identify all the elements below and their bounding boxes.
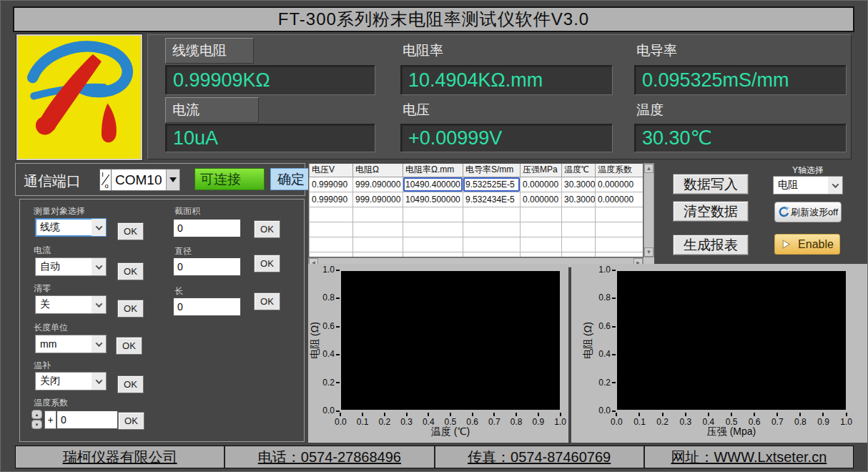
table-cell[interactable] (353, 207, 403, 222)
current-mode-ok-button[interactable]: OK (117, 262, 144, 280)
temp-coeff-input[interactable]: 0 (56, 410, 118, 429)
table-cell[interactable] (596, 237, 643, 252)
write-data-button[interactable]: 数据写入 (673, 174, 749, 195)
chevron-down-icon[interactable] (92, 335, 106, 353)
table-cell[interactable] (596, 207, 643, 222)
svg-text:I: I (102, 171, 104, 178)
x-axis-title: 温度 (℃) (341, 426, 560, 438)
measurement-table: 电压V电阻Ω电阻率Ω.mm电导率S/mm压强MPa温度℃温度系数 0.99909… (308, 163, 654, 267)
table-cell[interactable]: 0.000000 (596, 192, 643, 207)
table-cell[interactable]: 10490.500000 (403, 192, 463, 207)
tick-label: 0.0 (611, 413, 623, 427)
length-unit-ok-button[interactable]: OK (116, 337, 142, 355)
column-header[interactable]: 温度℃ (562, 164, 596, 177)
table-cell[interactable] (310, 222, 353, 237)
table-cell[interactable] (521, 207, 562, 222)
table-vertical-scrollbar[interactable]: ▲ ▼ (643, 163, 654, 257)
connect-status-button[interactable]: 可连接 (194, 168, 265, 190)
table-cell[interactable]: 999.090000 (353, 177, 403, 192)
table-cell[interactable] (463, 252, 521, 257)
table-cell[interactable] (521, 252, 562, 257)
table-cell[interactable]: 9.532525E-5 (463, 177, 521, 192)
table-cell[interactable] (596, 222, 643, 237)
length-ok-button[interactable]: OK (254, 292, 280, 310)
table-cell[interactable] (403, 252, 463, 257)
table-cell[interactable] (310, 252, 353, 257)
table-cell[interactable] (562, 237, 596, 252)
table-cell[interactable]: 0.000000 (596, 177, 643, 192)
table-cell[interactable] (521, 222, 562, 237)
table-cell[interactable]: 9.532434E-5 (463, 192, 521, 207)
chevron-down-icon[interactable] (92, 373, 106, 390)
table-cell[interactable] (463, 237, 521, 252)
clear-data-button[interactable]: 清空数据 (673, 201, 749, 222)
table-cell[interactable] (521, 237, 562, 252)
table-cell[interactable]: 30.3000 (562, 177, 596, 192)
table-cell[interactable]: 0.999090 (310, 177, 353, 192)
diameter-ok-button[interactable]: OK (254, 255, 280, 272)
comm-port-select[interactable]: COM10 (111, 169, 180, 191)
column-header[interactable]: 电导率S/mm (463, 164, 521, 177)
app-window: FT-300系列粉末电阻率测试仪软件V3.0 线缆电阻 0.99909KΩ 电流… (0, 0, 868, 472)
table-cell[interactable] (310, 207, 353, 222)
y-axis-select[interactable]: 电阻 (773, 176, 843, 195)
chevron-down-icon[interactable] (828, 177, 842, 194)
table-cell[interactable] (403, 207, 463, 222)
chevron-down-icon[interactable] (92, 258, 106, 275)
table-cell[interactable] (596, 252, 643, 257)
scroll-down-icon[interactable]: ▼ (644, 247, 654, 257)
x-axis-ticks: 0.00.10.20.30.40.50.60.70.80.91.0 (335, 413, 566, 427)
chevron-down-icon[interactable] (92, 296, 106, 313)
stepper-up-icon[interactable]: ▲ (31, 410, 42, 419)
stepper-down-icon[interactable]: ▼ (31, 420, 42, 429)
diameter-input[interactable]: 0 (173, 257, 241, 276)
table-cell[interactable]: 999.090000 (353, 192, 403, 207)
table-cell[interactable] (463, 222, 521, 237)
confirm-button[interactable]: 确定 (270, 168, 312, 190)
x-axis-title: 压强 (Mpa) (617, 426, 846, 438)
temp-comp-select[interactable]: 关闭 (35, 372, 107, 390)
zeroing-select[interactable]: 关 (35, 295, 107, 314)
table-cell[interactable] (562, 207, 596, 222)
table-cell[interactable]: 10490.400000 (403, 177, 463, 192)
enable-button[interactable]: Enable (774, 234, 840, 255)
column-header[interactable]: 温度系数 (596, 164, 643, 177)
scroll-up-icon[interactable]: ▲ (644, 164, 654, 173)
table-cell[interactable] (562, 252, 596, 257)
table-cell[interactable]: 0.000000 (521, 177, 562, 192)
column-header[interactable]: 电阻Ω (353, 164, 403, 177)
settings-panel: 测量对象选择 线缆 OK 电流 自动 OK 清零 关 OK 长度单位 mm OK… (19, 199, 305, 442)
column-header[interactable]: 电压V (310, 164, 353, 177)
table-cell[interactable] (562, 222, 596, 237)
length-input[interactable]: 0 (173, 298, 241, 316)
table-cell[interactable]: 0.999090 (310, 192, 353, 207)
column-header[interactable]: 压强MPa (521, 164, 562, 177)
column-header[interactable]: 电阻率Ω.mm (403, 164, 463, 177)
table-cell[interactable] (403, 237, 463, 252)
table-cell[interactable] (310, 237, 353, 252)
table-cell[interactable]: 30.3000 (562, 192, 596, 207)
current-mode-select[interactable]: 自动 (35, 257, 107, 276)
table-cell[interactable]: 0.000000 (521, 192, 562, 207)
current-label: 电流 (165, 97, 259, 123)
length-unit-select[interactable]: mm (35, 335, 107, 353)
chevron-down-icon[interactable] (92, 219, 106, 236)
zeroing-ok-button[interactable]: OK (117, 300, 144, 318)
zeroing-value: 关 (36, 298, 92, 311)
table-cell[interactable] (353, 222, 403, 237)
temp-comp-ok-button[interactable]: OK (117, 375, 144, 393)
generate-report-button[interactable]: 生成报表 (673, 235, 749, 255)
table-cell[interactable] (403, 222, 463, 237)
measure-target-select[interactable]: 线缆 (35, 218, 107, 237)
table-cell[interactable] (463, 207, 521, 222)
temp-coeff-stepper[interactable]: ▲▼ (31, 410, 42, 429)
refresh-wave-button[interactable]: 刷新波形off (774, 202, 842, 222)
dropdown-arrow-icon[interactable] (166, 169, 179, 190)
temp-coeff-ok-button[interactable]: OK (118, 412, 144, 430)
tick-label: 0.3 (400, 413, 413, 427)
table-cell[interactable] (353, 237, 403, 252)
measure-target-ok-button[interactable]: OK (117, 222, 144, 240)
table-cell[interactable] (353, 252, 403, 257)
cross-section-ok-button[interactable]: OK (254, 220, 280, 238)
cross-section-input[interactable]: 0 (173, 219, 241, 237)
